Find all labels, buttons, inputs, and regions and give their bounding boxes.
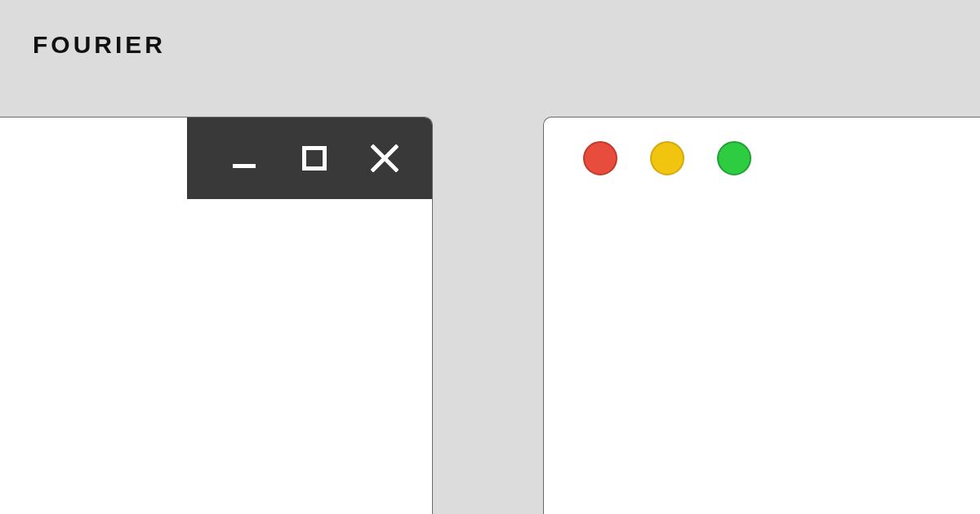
close-button[interactable] [368,142,401,175]
minimize-button[interactable] [228,142,261,175]
close-icon [371,144,399,172]
windows-titlebar [187,117,432,199]
traffic-light-close-icon[interactable] [583,141,617,175]
brand-logo: FOURIER [33,31,166,59]
windows-window [0,117,433,514]
mac-titlebar [544,117,751,199]
traffic-light-zoom-icon[interactable] [717,141,751,175]
maximize-icon [302,146,327,171]
maximize-button[interactable] [298,142,331,175]
minimize-icon [233,164,256,168]
mac-window [543,117,980,514]
traffic-light-minimize-icon[interactable] [650,141,684,175]
